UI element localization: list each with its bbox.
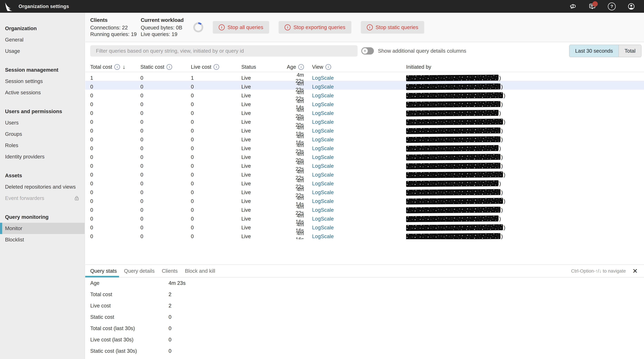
settings-sidebar: OrganizationGeneralUsageSession manageme… xyxy=(0,13,85,359)
view-logscale-link[interactable]: LogScale xyxy=(312,128,334,134)
query-table-row[interactable]: 000Live4m 23sLogScale) xyxy=(85,142,644,151)
range-last-30-seconds-button[interactable]: Last 30 seconds xyxy=(570,45,618,57)
view-cell: LogScale xyxy=(312,84,406,90)
query-table-row[interactable]: 000Live4m 22sLogScale) xyxy=(85,160,644,169)
view-logscale-link[interactable]: LogScale xyxy=(312,119,334,125)
view-logscale-link[interactable]: LogScale xyxy=(312,224,334,230)
tab-clients[interactable]: Clients xyxy=(162,265,178,277)
query-table-row[interactable]: 000Live4m 16sLogScale) xyxy=(85,222,644,230)
query-table-row[interactable]: 000Live4m 22sLogScale) xyxy=(85,204,644,213)
view-cell: LogScale xyxy=(312,224,406,230)
tab-query-details[interactable]: Query details xyxy=(124,265,154,277)
info-icon[interactable]: i xyxy=(114,64,120,70)
notifications-icon[interactable] xyxy=(588,2,596,10)
view-logscale-link[interactable]: LogScale xyxy=(312,154,334,160)
tab-block-and-kill[interactable]: Block and kill xyxy=(185,265,215,277)
query-table-row[interactable]: 000Live4m 20sLogScale) xyxy=(85,107,644,116)
query-table-row[interactable]: 000Live4m 16sLogScale) xyxy=(85,134,644,142)
sidebar-item-roles[interactable]: Roles xyxy=(0,140,84,151)
range-total-button[interactable]: Total xyxy=(618,45,641,57)
sidebar-item-usage[interactable]: Usage xyxy=(0,46,84,57)
info-icon[interactable]: i xyxy=(166,64,172,70)
query-table-row[interactable]: 000Live4m 14sLogScale) xyxy=(85,195,644,204)
additional-columns-toggle[interactable]: ✕ xyxy=(361,47,374,54)
total-cost-cell: 0 xyxy=(90,128,140,134)
view-cell: LogScale xyxy=(312,136,406,142)
query-table-row[interactable]: 000Live4m 20sLogScale) xyxy=(85,116,644,125)
view-logscale-link[interactable]: LogScale xyxy=(312,198,334,204)
query-table-row[interactable]: 101Live4m 22sLogScale) xyxy=(85,72,644,81)
redacted-scribble xyxy=(406,224,503,231)
query-table-row[interactable]: 000Live4m 16sLogScale) xyxy=(85,213,644,222)
static-cost-cell: 0 xyxy=(140,128,191,134)
column-header-live-cost[interactable]: Live cost i xyxy=(191,64,241,70)
column-header-initiated-by[interactable]: Initiated by xyxy=(406,64,644,70)
view-logscale-link[interactable]: LogScale xyxy=(312,180,334,186)
redaction-suffix: ) xyxy=(499,146,501,151)
sidebar-item-session-settings[interactable]: Session settings xyxy=(0,76,84,87)
sidebar-item-groups[interactable]: Groups xyxy=(0,128,84,140)
detail-row: Live cost2 xyxy=(90,300,644,311)
query-table-row[interactable]: 000Live4m 22sLogScale) xyxy=(85,169,644,178)
help-icon[interactable]: ? xyxy=(608,2,616,10)
column-header-age[interactable]: Age i xyxy=(288,64,312,70)
column-header-total-cost[interactable]: Total cost i ↓ xyxy=(90,64,140,70)
query-table-row[interactable]: 000Live4m 22sLogScale) xyxy=(85,186,644,195)
stop-static-queries-button[interactable]: i Stop static queries xyxy=(361,21,424,34)
query-table-row[interactable]: 000Live4m 22sLogScale) xyxy=(85,178,644,186)
megaphone-icon[interactable] xyxy=(569,2,577,10)
account-avatar-icon[interactable] xyxy=(627,2,635,10)
view-cell: LogScale xyxy=(312,110,406,116)
initiated-by-cell: ) xyxy=(406,180,644,186)
redacted-scribble xyxy=(406,101,500,108)
view-logscale-link[interactable]: LogScale xyxy=(312,216,334,222)
tab-query-stats[interactable]: Query stats xyxy=(90,265,117,277)
sidebar-item-event-forwarders[interactable]: Event forwarders xyxy=(0,192,84,204)
live-cost-cell: 0 xyxy=(191,190,241,196)
query-table-row[interactable]: 000Live4m 20sLogScale) xyxy=(85,151,644,160)
sidebar-item-deleted-repositories-and-views[interactable]: Deleted repositories and views xyxy=(0,181,84,192)
query-filter-input[interactable] xyxy=(90,45,358,56)
query-table-row[interactable]: 000Live4m 22sLogScale) xyxy=(85,90,644,98)
info-icon[interactable]: i xyxy=(214,64,219,70)
sidebar-item-identity-providers[interactable]: Identity providers xyxy=(0,151,84,162)
sidebar-item-blocklist[interactable]: Blocklist xyxy=(0,234,84,245)
column-header-status[interactable]: Status xyxy=(241,64,288,70)
view-logscale-link[interactable]: LogScale xyxy=(312,75,334,81)
view-logscale-link[interactable]: LogScale xyxy=(312,84,334,90)
clients-title: Clients xyxy=(90,17,141,23)
detail-row: Static cost (last 30s)0 xyxy=(90,345,644,357)
info-icon[interactable]: i xyxy=(298,64,304,70)
view-logscale-link[interactable]: LogScale xyxy=(312,163,334,169)
info-icon[interactable]: i xyxy=(326,64,331,70)
sidebar-item-users[interactable]: Users xyxy=(0,117,84,128)
crowdstrike-logo-icon[interactable] xyxy=(4,2,13,11)
query-table-row[interactable]: 000Live4m 23sLogScale) xyxy=(85,81,644,90)
sidebar-item-general[interactable]: General xyxy=(0,34,84,46)
detail-label: Live cost (last 30s) xyxy=(90,337,168,343)
query-table-row[interactable]: 000Live4m 16sLogScale) xyxy=(85,230,644,239)
view-logscale-link[interactable]: LogScale xyxy=(312,110,334,116)
redacted-scribble xyxy=(406,207,500,213)
view-logscale-link[interactable]: LogScale xyxy=(312,136,334,142)
total-cost-cell: 0 xyxy=(90,119,140,125)
close-panel-icon[interactable]: ✕ xyxy=(632,268,638,274)
query-table-row[interactable]: 000Live4m 19sLogScale) xyxy=(85,125,644,134)
stop-exporting-queries-button[interactable]: i Stop exporting queries xyxy=(278,21,351,34)
view-logscale-link[interactable]: LogScale xyxy=(312,234,334,239)
view-logscale-link[interactable]: LogScale xyxy=(312,92,334,98)
column-header-view[interactable]: View i xyxy=(312,64,406,70)
view-cell: LogScale xyxy=(312,119,406,125)
stop-all-queries-button[interactable]: i Stop all queries xyxy=(213,21,269,34)
redacted-scribble xyxy=(406,92,503,99)
view-logscale-link[interactable]: LogScale xyxy=(312,102,334,107)
view-logscale-link[interactable]: LogScale xyxy=(312,172,334,178)
view-logscale-link[interactable]: LogScale xyxy=(312,190,334,195)
sidebar-item-monitor[interactable]: Monitor xyxy=(0,223,84,234)
sidebar-item-active-sessions[interactable]: Active sessions xyxy=(0,87,84,98)
view-cell: LogScale xyxy=(312,128,406,134)
query-table-row[interactable]: 000Live4m 14sLogScale) xyxy=(85,98,644,107)
column-header-static-cost[interactable]: Static cost i xyxy=(140,64,191,70)
view-logscale-link[interactable]: LogScale xyxy=(312,146,334,151)
view-logscale-link[interactable]: LogScale xyxy=(312,207,334,213)
